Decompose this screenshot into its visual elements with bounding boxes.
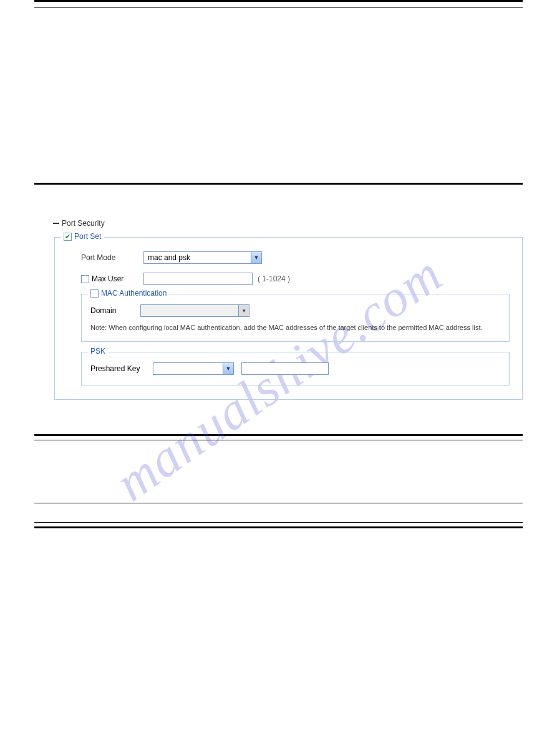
max-user-checkbox[interactable] [81,275,89,283]
psk-fieldset: PSK Preshared Key ▼ [81,352,510,385]
max-user-hint: ( 1-1024 ) [258,274,290,283]
collapse-icon [53,223,59,224]
port-set-fieldset: Port Set Port Mode mac and psk ▼ Max Use… [54,237,523,400]
port-mode-row: Port Mode mac and psk ▼ [81,251,510,264]
divider-top-thick [34,0,523,2]
divider-mid-thick [34,183,523,185]
port-set-legend-label: Port Set [74,232,101,241]
mac-auth-fieldset: MAC Authentication Domain ▾ Note: When c… [81,294,510,342]
psk-legend-label: PSK [90,347,105,356]
preshared-key-label: Preshared Key [90,364,153,373]
divider-lower-thick-1 [34,434,523,436]
port-security-header[interactable]: Port Security [53,219,523,228]
domain-select[interactable]: ▾ [140,304,249,317]
divider-bottom-thick [34,526,523,528]
preshared-type-select[interactable]: ▼ [153,362,234,375]
max-user-row: Max User ( 1-1024 ) [81,273,510,285]
port-mode-value: mac and psk [148,253,190,262]
domain-row: Domain ▾ [90,304,500,317]
mac-auth-checkbox[interactable] [90,289,99,298]
port-set-legend: Port Set [61,232,104,241]
psk-legend: PSK [88,347,108,356]
mac-auth-note: Note: When configuring local MAC authent… [90,323,500,332]
divider-bottom-thin [34,522,523,523]
domain-label: Domain [90,306,140,315]
port-security-title: Port Security [62,219,105,228]
chevron-down-icon: ▼ [251,252,261,263]
port-set-checkbox[interactable] [64,233,72,241]
preshared-key-input[interactable] [241,362,329,375]
mac-auth-legend: MAC Authentication [88,289,169,298]
chevron-down-icon: ▼ [223,363,233,374]
port-mode-select[interactable]: mac and psk ▼ [143,251,262,264]
port-security-panel: Port Security Port Set Port Mode mac and… [53,219,523,400]
mac-auth-legend-label: MAC Authentication [101,289,167,298]
preshared-row: Preshared Key ▼ [90,362,500,375]
chevron-down-icon: ▾ [238,305,249,316]
port-mode-label: Port Mode [81,253,143,262]
max-user-input[interactable] [143,273,253,285]
max-user-label: Max User [92,274,124,283]
